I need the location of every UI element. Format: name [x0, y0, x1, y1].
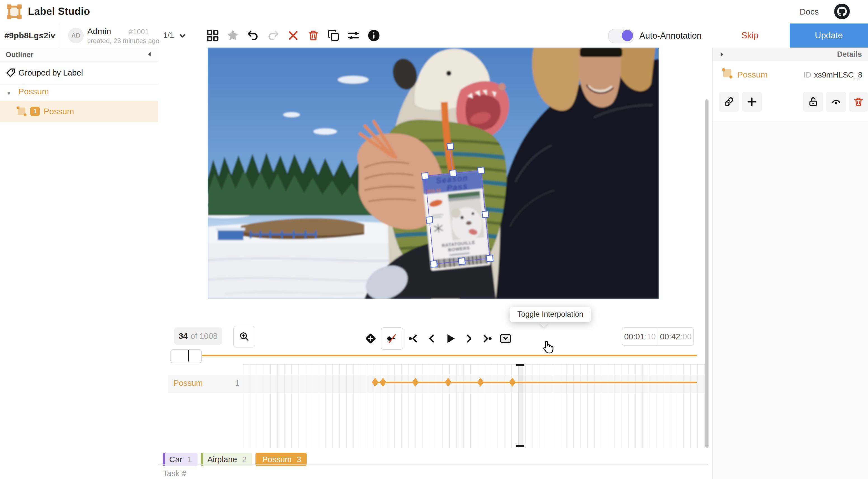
details-header: Details — [713, 47, 868, 61]
time-position-frames: :10 — [644, 332, 656, 341]
outliner-title: Outliner — [6, 51, 34, 59]
chevron-down-icon[interactable] — [178, 31, 187, 40]
label-button-possum[interactable]: Possum 3 — [255, 453, 307, 466]
time-duration-frames: :00 — [680, 332, 691, 341]
frame-total: of 1008 — [191, 331, 218, 341]
annotation-pager: 1/1 — [163, 31, 174, 40]
star-button[interactable] — [225, 26, 241, 45]
toggle-interpolation-button[interactable] — [381, 327, 403, 350]
auto-annotation-label: Auto-Annotation — [640, 31, 702, 41]
annotation-tools — [205, 24, 382, 47]
duplicate-button[interactable] — [326, 26, 341, 45]
collapse-panel-icon[interactable] — [146, 51, 153, 57]
frame-current: 34 — [179, 331, 187, 341]
next-keyframe-button[interactable] — [479, 330, 496, 347]
region-index-badge: 1 — [30, 106, 40, 116]
region-label[interactable]: Possum — [737, 70, 768, 79]
label-button-car[interactable]: Car 1 — [163, 453, 197, 466]
docs-link[interactable]: Docs — [800, 7, 819, 17]
update-button[interactable]: Update — [789, 24, 868, 47]
delete-region-button[interactable] — [849, 92, 868, 112]
keyframe-diamond[interactable] — [509, 378, 516, 387]
timeline-track-label[interactable]: Possum — [174, 379, 203, 388]
top-bar: Label Studio Docs — [0, 0, 868, 24]
task-id[interactable]: #9pb8Lgs2iv — [0, 24, 60, 47]
scrollbar[interactable] — [706, 99, 709, 448]
timeline-playhead[interactable] — [518, 364, 523, 447]
visibility-button[interactable] — [826, 92, 846, 112]
expand-panel-icon[interactable] — [719, 51, 725, 57]
add-relation-button[interactable] — [742, 92, 762, 112]
label-color-bar — [163, 453, 165, 466]
seek-bar[interactable] — [178, 355, 697, 356]
label-text: Airplane — [207, 455, 237, 464]
time-position-main: 00:01 — [624, 332, 645, 341]
time-display: 00:01:10 00:42:00 — [622, 327, 694, 346]
seek-handle-mark — [188, 350, 189, 361]
avatar[interactable]: AD — [68, 28, 84, 43]
playback-controls — [362, 327, 514, 350]
info-button[interactable] — [366, 26, 382, 45]
undo-button[interactable] — [245, 26, 261, 45]
keyframe-diamond[interactable] — [445, 378, 451, 387]
region-details-card: Possum IDxs9mHLSC_8 — [713, 61, 868, 121]
label-buttons: Car 1 Airplane 2 Possum 3 — [163, 453, 307, 466]
time-duration-main: 00:42 — [660, 332, 681, 341]
tooltip: Toggle Interpolation — [510, 307, 591, 322]
toggle-knob — [622, 30, 633, 41]
link-region-button[interactable] — [719, 92, 739, 112]
keyframe-diamond[interactable] — [372, 378, 378, 387]
task-number-label: Task # — [163, 469, 186, 478]
timeline-view-button[interactable] — [497, 330, 514, 347]
github-icon[interactable] — [834, 3, 850, 20]
previous-frame-button[interactable] — [423, 330, 440, 347]
redo-button[interactable] — [265, 26, 281, 45]
region-id-prefix: ID — [803, 70, 811, 79]
annotation-author: Admin — [87, 27, 111, 36]
next-frame-button[interactable] — [460, 330, 477, 347]
app-title: Label Studio — [28, 6, 90, 17]
keyframe-diamond[interactable] — [477, 378, 484, 387]
play-button[interactable] — [442, 330, 459, 347]
time-duration[interactable]: 00:42:00 — [658, 328, 693, 345]
settings-sliders-button[interactable] — [346, 26, 362, 45]
lock-region-button[interactable] — [803, 92, 823, 112]
label-color-bar — [201, 453, 203, 466]
grid-view-button[interactable] — [205, 26, 220, 45]
bounding-box-icon — [16, 105, 27, 117]
previous-keyframe-button[interactable] — [405, 330, 422, 347]
label-hotkey: 3 — [297, 455, 301, 464]
outliner-group-label[interactable]: Possum — [19, 87, 49, 96]
outliner-region-item[interactable]: 1 Possum — [0, 101, 158, 122]
zoom-in-button[interactable] — [234, 326, 255, 348]
details-panel: Details Possum IDxs9mHLSC_8 — [712, 47, 868, 479]
keyframe-interpolation-line — [375, 382, 697, 383]
auto-annotation-toggle[interactable] — [608, 29, 634, 43]
frame-counter[interactable]: 34 of 1008 — [174, 327, 222, 345]
add-keyframe-button[interactable] — [362, 330, 379, 347]
seek-handle[interactable] — [170, 349, 202, 363]
label-hotkey: 1 — [187, 455, 192, 464]
keyframe-diamond[interactable] — [412, 378, 418, 387]
region-id-value: xs9mHLSC_8 — [814, 70, 862, 79]
skip-button[interactable]: Skip — [710, 24, 789, 47]
region-bounding-box[interactable] — [208, 47, 659, 299]
label-hotkey: 2 — [242, 455, 247, 464]
delete-annotation-button[interactable] — [306, 26, 321, 45]
keyframe-diamond[interactable] — [380, 378, 386, 387]
region-id: IDxs9mHLSC_8 — [803, 70, 862, 79]
tree-expand-arrow[interactable]: ▼ — [6, 90, 12, 97]
outliner-header: Outliner — [0, 47, 158, 62]
region-label: Possum — [44, 106, 74, 116]
label-button-airplane[interactable]: Airplane 2 — [201, 453, 252, 466]
bounding-box-icon — [721, 67, 734, 79]
grouping-selector[interactable]: Grouped by Label — [0, 62, 158, 85]
main-content: Season Pass 2011-12 RATATOUILLE BOWERS — [158, 47, 712, 479]
mouse-cursor-pointer — [540, 340, 555, 355]
time-position[interactable]: 00:01:10 — [622, 328, 658, 345]
annotation-created: created, 23 minutes ago — [87, 37, 159, 45]
grouping-label: Grouped by Label — [19, 68, 83, 77]
task-toolbar: #9pb8Lgs2iv AD Admin #1001 created, 23 m… — [0, 24, 868, 48]
divider — [158, 465, 708, 465]
reject-button[interactable] — [285, 26, 301, 45]
